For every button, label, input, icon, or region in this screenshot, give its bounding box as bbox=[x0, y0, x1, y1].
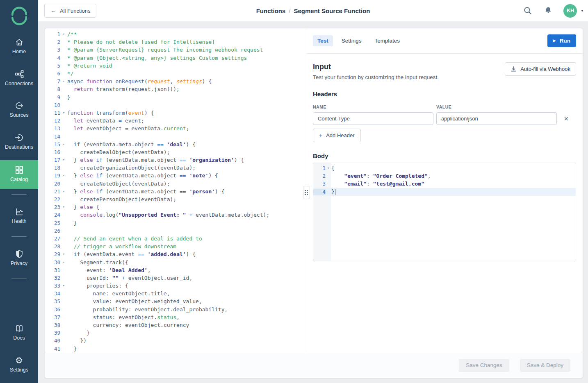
code-line[interactable]: 3 "email": "test@gmail.com" bbox=[313, 180, 576, 188]
sources-icon bbox=[0, 101, 38, 110]
code-line[interactable]: 2 "event": "Order Completed", bbox=[313, 172, 576, 180]
code-line[interactable]: 3* @param {ServerRequest} request The in… bbox=[45, 46, 306, 54]
code-editor[interactable]: 1▾/**2* Please do not delete [used for I… bbox=[45, 28, 306, 351]
code-line[interactable]: 4} bbox=[313, 188, 576, 196]
line-number: 37 bbox=[45, 314, 60, 320]
fold-caret-icon[interactable]: ▾ bbox=[60, 190, 67, 193]
code-line[interactable]: 1▾/** bbox=[45, 30, 306, 38]
sidebar-item-settings[interactable]: ⚙ Settings bbox=[0, 356, 38, 373]
code-line[interactable]: 19▾ } else if (eventData.meta.object == … bbox=[45, 172, 306, 179]
code-line[interactable]: 18 createOrganizationObject(eventData); bbox=[45, 164, 306, 172]
code-line[interactable]: 6*/ bbox=[45, 70, 306, 77]
fold-caret-icon[interactable]: ▾ bbox=[60, 158, 67, 162]
fold-caret-icon[interactable]: ▾ bbox=[326, 166, 331, 170]
code-line[interactable]: 1▾{ bbox=[313, 164, 576, 172]
fold-caret-icon[interactable]: ▾ bbox=[60, 205, 67, 209]
add-header-button[interactable]: + Add Header bbox=[313, 129, 361, 142]
code-line[interactable]: 29▾ if (eventData.event == 'added.deal')… bbox=[45, 250, 306, 258]
code-line[interactable]: 39 } bbox=[45, 329, 306, 337]
code-line[interactable]: 32 userId: "" + eventObject.user_id, bbox=[45, 274, 306, 282]
fold-caret-icon[interactable]: ▾ bbox=[60, 284, 67, 288]
code-line[interactable]: 25 } bbox=[45, 219, 306, 227]
code-line[interactable]: 38 currency: eventObject.currency bbox=[45, 321, 306, 329]
line-number: 24 bbox=[45, 212, 60, 218]
code-line[interactable]: 24 console.log("Unsupported Event: " + e… bbox=[45, 211, 306, 219]
sidebar-item-catalog[interactable]: Catalog bbox=[0, 160, 38, 189]
header-value-input[interactable] bbox=[436, 112, 557, 125]
code-line[interactable]: 23▾ } else { bbox=[45, 203, 306, 211]
code-line[interactable]: 7▾async function onRequest(request, sett… bbox=[45, 77, 306, 85]
code-line[interactable]: 12 let eventData = event; bbox=[45, 117, 306, 125]
code-line[interactable]: 28 // trigger a workflow downstream bbox=[45, 242, 306, 250]
pane-resize-handle[interactable] bbox=[303, 186, 310, 199]
code-line[interactable]: 16 createDealObject(eventData); bbox=[45, 148, 306, 156]
code-text: } else if (eventData.meta.object == 'org… bbox=[67, 157, 244, 163]
line-number: 7 bbox=[45, 78, 60, 84]
code-text: async function onRequest(request, settin… bbox=[67, 78, 212, 84]
sidebar-item-destinations[interactable]: Destinations bbox=[0, 133, 38, 150]
autofill-webhook-button[interactable]: Auto-fill via Webhook bbox=[505, 62, 576, 76]
tab-settings[interactable]: Settings bbox=[337, 35, 366, 46]
code-line[interactable]: 33▾ properties: { bbox=[45, 282, 306, 290]
save-changes-button[interactable]: Save Changes bbox=[459, 359, 509, 372]
save-deploy-button[interactable]: Save & Deploy bbox=[520, 359, 570, 372]
code-line[interactable]: 34 name: eventObject.title, bbox=[45, 290, 306, 297]
sidebar-item-docs[interactable]: Docs bbox=[0, 324, 38, 341]
code-line[interactable]: 13 let eventObject = eventData.current; bbox=[45, 125, 306, 132]
code-line[interactable]: 21▾ } else if (eventData.meta.object == … bbox=[45, 188, 306, 195]
code-line[interactable]: 11▾function transform(event) { bbox=[45, 109, 306, 117]
run-button[interactable]: ▶ Run bbox=[547, 34, 576, 47]
sidebar-item-sources[interactable]: Sources bbox=[0, 101, 38, 118]
breadcrumb-parent[interactable]: Functions bbox=[256, 7, 286, 14]
sidebar-item-home[interactable]: Home bbox=[0, 38, 38, 54]
fold-caret-icon[interactable]: ▾ bbox=[60, 32, 67, 36]
code-line[interactable]: 17▾ } else if (eventData.meta.object == … bbox=[45, 156, 306, 164]
fold-caret-icon[interactable]: ▾ bbox=[60, 79, 67, 83]
code-line[interactable]: 31 event: 'Deal Added', bbox=[45, 266, 306, 274]
home-icon bbox=[0, 38, 38, 47]
header-name-input[interactable] bbox=[313, 112, 433, 125]
code-line[interactable]: 8 return transform(request.json()); bbox=[45, 85, 306, 93]
sidebar-item-label: Privacy bbox=[0, 261, 38, 266]
fold-caret-icon[interactable]: ▾ bbox=[60, 252, 67, 256]
headers-title: Headers bbox=[313, 91, 576, 97]
remove-header-icon[interactable]: ✕ bbox=[564, 116, 569, 122]
code-line[interactable]: 5* @return void bbox=[45, 62, 306, 70]
fold-caret-icon[interactable]: ▾ bbox=[60, 174, 67, 177]
tab-test[interactable]: Test bbox=[313, 35, 333, 46]
code-line[interactable]: 26 bbox=[45, 227, 306, 235]
code-line[interactable]: 4* @param {Object.<string, any>} setting… bbox=[45, 54, 306, 62]
code-line[interactable]: 37 status: eventObject.status, bbox=[45, 313, 306, 321]
code-text: createDealObject(eventData); bbox=[67, 149, 170, 155]
avatar-dropdown-caret-icon[interactable]: ▾ bbox=[581, 9, 583, 13]
fold-caret-icon[interactable]: ▾ bbox=[60, 143, 67, 146]
code-line[interactable]: 2* Please do not delete [used for Intell… bbox=[45, 38, 306, 46]
fold-caret-icon[interactable]: ▾ bbox=[60, 111, 67, 115]
code-line[interactable]: 14 bbox=[45, 132, 306, 140]
tab-templates[interactable]: Templates bbox=[370, 35, 405, 46]
sidebar-item-privacy[interactable]: Privacy bbox=[0, 249, 38, 266]
sidebar-item-health[interactable]: Health bbox=[0, 207, 38, 224]
notifications-bell-icon[interactable] bbox=[544, 6, 553, 15]
code-line[interactable]: 20 createNoteObject(eventData); bbox=[45, 180, 306, 188]
all-functions-back-button[interactable]: ← All Functions bbox=[44, 4, 96, 18]
line-number: 8 bbox=[45, 86, 60, 92]
body-json-editor[interactable]: 1▾{2 "event": "Order Completed",3 "email… bbox=[313, 163, 576, 261]
code-line[interactable]: 36 probability: eventObject.deal_probabi… bbox=[45, 306, 306, 313]
code-line[interactable]: 41 } bbox=[45, 345, 306, 352]
code-line[interactable]: 30▾ Segment.track({ bbox=[45, 258, 306, 266]
code-line[interactable]: 27 // Send an event when a deal is added… bbox=[45, 235, 306, 242]
code-line[interactable]: 22 createPersonObject(eventData); bbox=[45, 195, 306, 203]
fold-caret-icon[interactable]: ▾ bbox=[60, 261, 67, 264]
line-number: 4 bbox=[45, 55, 60, 61]
code-line[interactable]: 40 }) bbox=[45, 337, 306, 344]
user-avatar[interactable]: KH bbox=[563, 4, 577, 18]
sidebar-item-connections[interactable]: Connections bbox=[0, 70, 38, 86]
code-line[interactable]: 15▾ if (eventData.meta.object == 'deal')… bbox=[45, 141, 306, 148]
code-line[interactable]: 10 bbox=[45, 101, 306, 109]
segment-logo-icon[interactable] bbox=[0, 7, 38, 27]
search-icon[interactable] bbox=[523, 6, 532, 15]
code-line[interactable]: 35 value: eventObject.weighted_value, bbox=[45, 297, 306, 305]
code-line[interactable]: 9} bbox=[45, 93, 306, 101]
code-text: value: eventObject.weighted_value, bbox=[67, 298, 202, 304]
